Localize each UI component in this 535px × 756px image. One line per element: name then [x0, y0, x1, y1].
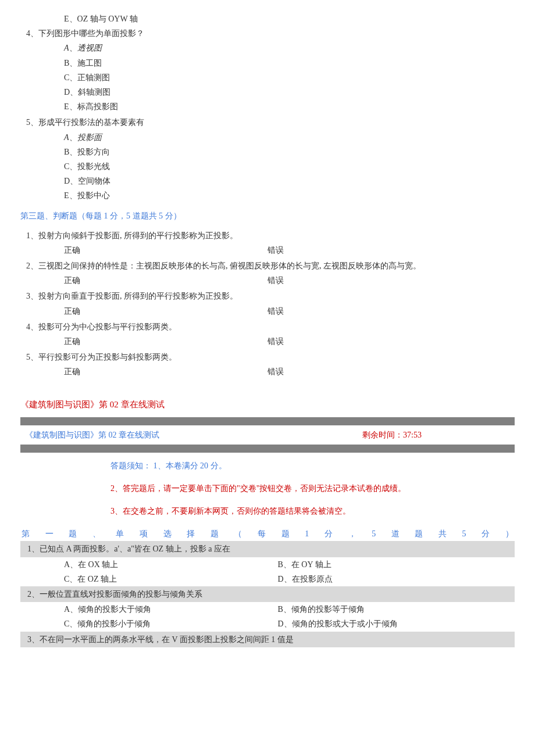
separator-bar — [20, 417, 515, 425]
s3-q3-true[interactable]: 正确 — [64, 304, 268, 318]
ch2-q1-option-b[interactable]: B、在 OY 轴上 — [278, 557, 515, 572]
q4-option-b: B、施工图 — [64, 56, 515, 70]
test-header-title: 《建筑制图与识图》第 02 章在线测试 — [25, 428, 362, 442]
section-3-header: 第三题、判断题（每题 1 分，5 道题共 5 分） — [20, 209, 515, 223]
ch2-q1-option-a[interactable]: A、在 OX 轴上 — [64, 557, 301, 572]
q4-option-e: E、标高投影图 — [64, 99, 515, 114]
option-e: E、OZ 轴与 OYW 轴 — [64, 12, 515, 26]
s3-q3-false[interactable]: 错误 — [268, 304, 284, 318]
question-5: 5、形成平行投影法的基本要素有 — [26, 115, 515, 130]
ch2-question-3: 3、不在同一水平面上的两条水平线，在 V 面投影图上投影之间间距 1 值是 — [20, 632, 515, 647]
ch2-q1-option-c[interactable]: C、在 OZ 轴上 — [64, 572, 301, 586]
test-timer: 剩余时间：37:53 — [362, 428, 515, 442]
q5-option-b: B、投影方向 — [64, 145, 515, 159]
s3-q5-false[interactable]: 错误 — [268, 364, 284, 379]
s3-q2-true[interactable]: 正确 — [64, 273, 268, 288]
q4-option-a: A、透视图 — [64, 41, 515, 55]
s3-q5-true[interactable]: 正确 — [64, 364, 268, 379]
ch2-q2-option-d[interactable]: D、倾角的投影或大于或小于倾角 — [278, 617, 515, 631]
ch2-section-1-header: 第一题、单项选择题（每题1分，5道题共5分） — [20, 526, 515, 541]
instruction-1: 1、本卷满分 20 分。 — [154, 461, 227, 470]
q5-option-a: A、投影面 — [64, 130, 515, 145]
instruction-prefix: 答题须知： — [110, 461, 151, 470]
s3-q4-false[interactable]: 错误 — [268, 334, 284, 349]
s3-q2-false[interactable]: 错误 — [268, 273, 284, 288]
s3-q1-true[interactable]: 正确 — [64, 243, 268, 257]
instruction-2: 2、答完题后，请一定要单击下面的"交卷"按钮交卷，否则无法记录本试卷的成绩。 — [110, 481, 515, 496]
q5-option-c: C、投影光线 — [64, 159, 515, 174]
s3-question-1: 1、投射方向倾斜于投影面, 所得到的平行投影称为正投影。 — [26, 228, 515, 243]
chapter-2-title: 《建筑制图与识图》第 02 章在线测试 — [20, 397, 515, 413]
ch2-question-1: 1、已知点 A 两面投影。a'、a"皆在 OZ 轴上，投影 a 应在 — [20, 541, 515, 557]
s3-q1-false[interactable]: 错误 — [268, 243, 284, 257]
ch2-q2-option-c[interactable]: C、倾角的投影小于倾角 — [64, 617, 301, 631]
s3-question-3: 3、投射方向垂直于投影面, 所得到的平行投影称为正投影。 — [26, 289, 515, 303]
s3-question-5: 5、平行投影可分为正投影与斜投影两类。 — [26, 350, 515, 364]
ch2-question-2: 2、一般位置直线对投影面倾角的投影与倾角关系 — [20, 586, 515, 602]
ch2-q2-option-b[interactable]: B、倾角的投影等于倾角 — [278, 602, 515, 617]
separator-bar-2 — [20, 445, 515, 453]
s3-question-2: 2、三视图之间保持的特性是：主视图反映形体的长与高, 俯视图反映形体的长与宽, … — [26, 259, 515, 273]
q4-option-d: D、斜轴测图 — [64, 85, 515, 99]
q5-option-d: D、空间物体 — [64, 174, 515, 188]
instruction-3: 3、在交卷之前，不要刷新本网页，否则你的答题结果将会被清空。 — [110, 504, 515, 518]
ch2-q2-option-a[interactable]: A、倾角的投影大于倾角 — [64, 602, 301, 617]
q4-option-c: C、正轴测图 — [64, 70, 515, 85]
s3-question-4: 4、投影可分为中心投影与平行投影两类。 — [26, 320, 515, 334]
question-4: 4、下列图形中哪些为单面投影？ — [26, 26, 515, 41]
s3-q4-true[interactable]: 正确 — [64, 334, 268, 349]
ch2-q1-option-d[interactable]: D、在投影原点 — [278, 572, 515, 586]
q5-option-e: E、投影中心 — [64, 188, 515, 203]
